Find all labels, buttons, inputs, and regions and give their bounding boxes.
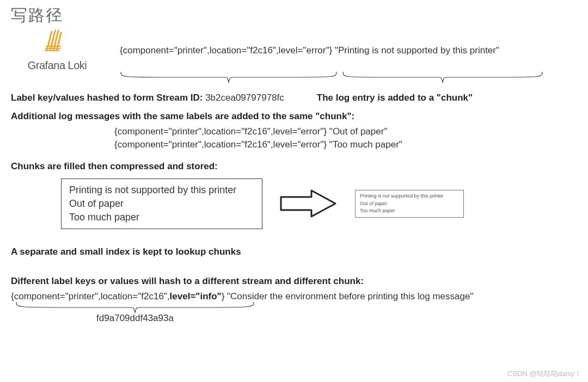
brand-text: Grafana Loki	[11, 59, 103, 72]
log-too-much-paper: {component="printer",location="f2c16",le…	[114, 138, 577, 151]
stream-id-row: Label key/values hashed to form Stream I…	[11, 93, 577, 103]
compress-header: Chunks are filled then compressed and st…	[11, 161, 577, 172]
chunk-small-line-3: Too much paper	[360, 207, 459, 215]
chunk-big-line-3: Too much paper	[69, 211, 254, 224]
log-out-of-paper: {component="printer",location="f2c16",le…	[114, 125, 577, 138]
stream-id-label: Label key/values hashed to form Stream I…	[11, 93, 203, 103]
chunk-box-small: Printing is not supported by this printe…	[355, 190, 464, 218]
chunk-small-line-1: Printing is not supported by this printe…	[360, 193, 459, 200]
diff-log-line: {component="printer",location="f2c16",le…	[11, 291, 577, 302]
chunk-small-line-2: Out of paper	[360, 200, 459, 208]
brace-annotations	[120, 71, 577, 85]
same-chunk-logs: {component="printer",location="f2c16",le…	[114, 125, 577, 151]
diff-stream-header: Different label keys or values will hash…	[11, 276, 577, 287]
diff-stream-hash: fd9a709ddf43a93a	[15, 313, 255, 324]
diff-log-pre: {component="printer",location="f2c16",	[11, 291, 170, 301]
diff-log-level: level="info"	[170, 291, 222, 301]
svg-marker-7	[281, 190, 335, 217]
brace-right-icon	[342, 71, 543, 85]
index-note: A separate and small index is kept to lo…	[11, 247, 577, 257]
loki-icon	[42, 29, 72, 54]
brace-left-icon	[120, 71, 338, 85]
diff-log-post: } "Consider the environment before print…	[222, 291, 474, 301]
chunk-box-large: Printing is not supported by this printe…	[61, 178, 262, 230]
header-row: Grafana Loki {component="printer",locati…	[11, 29, 577, 72]
same-chunk-header: Additional log messages with the same la…	[11, 111, 577, 122]
example-log-line: {component="printer",location="f2c16",le…	[120, 45, 499, 56]
arrow-right-icon	[279, 187, 339, 220]
grafana-loki-logo: Grafana Loki	[11, 29, 103, 72]
chunk-added-label: The log entry is added to a "chunk"	[317, 93, 473, 103]
stream-id-value: 3b2cea09797978fc	[205, 93, 284, 103]
page-title-cn: 写路径	[11, 4, 577, 27]
chunk-big-line-1: Printing is not supported by this printe…	[69, 183, 254, 197]
compress-illustration: Printing is not supported by this printe…	[61, 178, 577, 230]
watermark: CSDN @咕咕咕daisy！	[507, 369, 581, 379]
chunk-big-line-2: Out of paper	[69, 197, 254, 211]
